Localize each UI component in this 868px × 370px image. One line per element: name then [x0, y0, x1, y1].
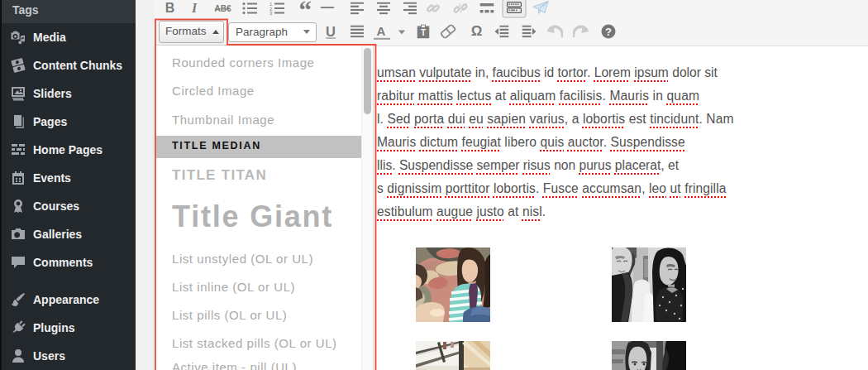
svg-text:T: T [421, 27, 426, 36]
svg-text:3: 3 [269, 11, 273, 15]
